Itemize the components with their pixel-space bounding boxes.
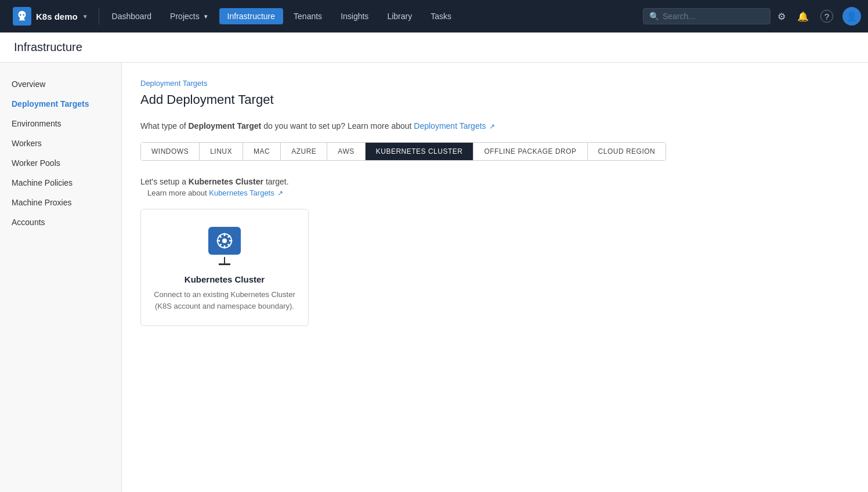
nav-item-insights[interactable]: Insights <box>332 8 377 24</box>
sidebar-item-overview[interactable]: Overview <box>0 74 121 94</box>
main-content: Deployment Targets Add Deployment Target… <box>122 63 868 492</box>
search-input[interactable] <box>663 12 764 21</box>
sidebar-item-environments[interactable]: Environments <box>0 114 121 133</box>
content-title: Add Deployment Target <box>140 92 849 107</box>
search-box[interactable]: 🔍 <box>643 8 771 24</box>
nav-item-tenants[interactable]: Tenants <box>285 8 330 24</box>
brand-chevron-icon: ▼ <box>82 13 88 20</box>
sidebar-item-machine-policies[interactable]: Machine Policies <box>0 173 121 193</box>
deployment-targets-link[interactable]: Deployment Targets ↗ <box>414 121 495 131</box>
breadcrumb[interactable]: Deployment Targets <box>140 79 849 88</box>
nav-item-projects[interactable]: Projects ▼ <box>162 8 216 24</box>
page-title: Infrastructure <box>14 41 854 54</box>
card-icon-container <box>208 227 241 265</box>
external-link-icon: ↗ <box>489 122 495 131</box>
nav-item-infrastructure[interactable]: Infrastructure <box>219 8 283 24</box>
sidebar-item-machine-proxies[interactable]: Machine Proxies <box>0 193 121 212</box>
nav-item-library[interactable]: Library <box>379 8 420 24</box>
kubernetes-targets-link[interactable]: Kubernetes Targets ↗ <box>209 189 283 197</box>
svg-point-0 <box>222 238 227 243</box>
sidebar-item-accounts[interactable]: Accounts <box>0 212 121 232</box>
search-icon: 🔍 <box>649 12 659 21</box>
tab-linux[interactable]: LINUX <box>200 143 243 160</box>
help-button[interactable]: ? <box>816 6 838 26</box>
help-icon: ? <box>820 10 833 23</box>
bell-icon: 🔔 <box>797 11 809 22</box>
notifications-button[interactable]: 🔔 <box>793 8 813 26</box>
avatar-icon: 👤 <box>846 11 858 22</box>
nav-divider <box>99 8 99 25</box>
kubernetes-targets-ext-icon: ↗ <box>277 189 283 197</box>
tab-windows[interactable]: WINDOWS <box>141 143 200 160</box>
settings-button[interactable]: ⚙ <box>773 8 790 26</box>
description-text: What type of Deployment Target do you wa… <box>140 121 849 131</box>
top-navigation: K8s demo ▼ Dashboard Projects ▼ Infrastr… <box>0 0 868 32</box>
card-title: Kubernetes Cluster <box>185 274 265 284</box>
brand-switcher[interactable]: K8s demo ▼ <box>7 3 94 29</box>
nav-item-dashboard[interactable]: Dashboard <box>104 8 160 24</box>
tab-azure[interactable]: AZURE <box>281 143 327 160</box>
helm-icon <box>215 231 234 250</box>
page-header: Infrastructure <box>0 32 868 63</box>
sidebar-item-deployment-targets[interactable]: Deployment Targets <box>0 94 121 114</box>
tab-cloud-region[interactable]: CLOUD REGION <box>588 143 666 160</box>
sidebar-item-workers[interactable]: Workers <box>0 133 121 153</box>
brand-logo <box>13 7 31 26</box>
user-avatar[interactable]: 👤 <box>842 7 861 26</box>
tab-offline-package-drop[interactable]: OFFLINE PACKAGE DROP <box>473 143 587 160</box>
sidebar: Overview Deployment Targets Environments… <box>0 63 122 492</box>
tab-aws[interactable]: AWS <box>327 143 365 160</box>
gear-icon: ⚙ <box>777 11 786 22</box>
kubernetes-cluster-card[interactable]: Kubernetes Cluster Connect to an existin… <box>140 209 309 326</box>
nav-item-tasks[interactable]: Tasks <box>422 8 460 24</box>
card-description: Connect to an existing Kubernetes Cluste… <box>153 289 296 312</box>
card-grid: Kubernetes Cluster Connect to an existin… <box>140 209 849 326</box>
brand-name: K8s demo <box>36 12 78 21</box>
projects-chevron-icon: ▼ <box>203 13 209 20</box>
kubernetes-icon-box <box>208 227 241 255</box>
main-layout: Overview Deployment Targets Environments… <box>0 63 868 492</box>
type-tabs: WINDOWS LINUX MAC AZURE AWS KUBERNETES C… <box>140 142 666 161</box>
octopus-icon <box>16 10 28 23</box>
tab-kubernetes-cluster[interactable]: KUBERNETES CLUSTER <box>366 143 474 160</box>
learn-more-text: Learn more about Kubernetes Targets ↗ <box>140 189 849 197</box>
setup-description: Let's setup a Kubernetes Cluster target. <box>140 177 849 186</box>
icon-base <box>219 263 230 265</box>
sidebar-item-worker-pools[interactable]: Worker Pools <box>0 153 121 173</box>
tab-mac[interactable]: MAC <box>243 143 281 160</box>
